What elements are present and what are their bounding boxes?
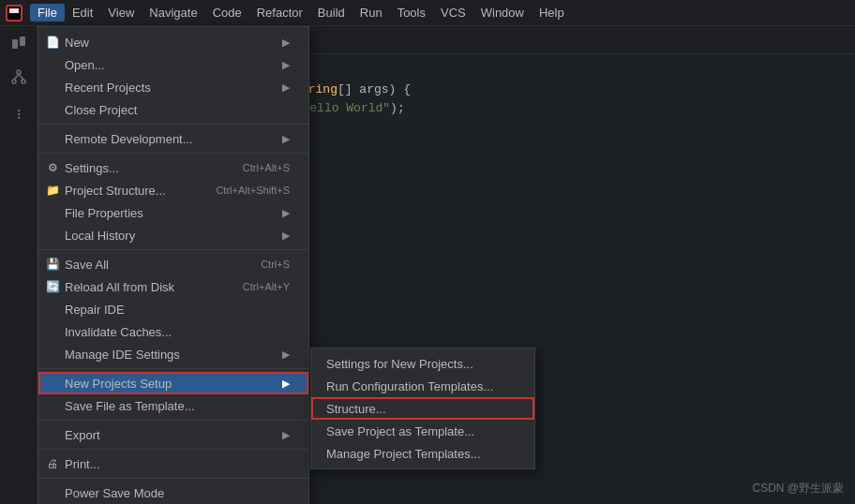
menu-item-export[interactable]: Export ▶ <box>38 423 308 446</box>
menu-item-save-all[interactable]: 💾 Save All Ctrl+S <box>38 253 308 275</box>
submenu-item-run-config[interactable]: Run Configuration Templates... <box>311 375 534 397</box>
menu-item-close[interactable]: Close Project <box>38 98 308 121</box>
menu-item-repair[interactable]: Repair IDE <box>38 298 308 320</box>
reload-icon: 🔄 <box>44 280 61 293</box>
new-projects-submenu: Settings for New Projects... Run Configu… <box>310 348 535 469</box>
menu-item-remote[interactable]: Remote Development... ▶ <box>38 127 308 150</box>
submenu-item-settings-new[interactable]: Settings for New Projects... <box>311 352 534 375</box>
new-file-icon: 📄 <box>44 36 61 49</box>
separator-1 <box>38 124 308 125</box>
arrow-icon: ▶ <box>282 348 290 361</box>
menu-item-file-properties[interactable]: File Properties ▶ <box>38 201 308 224</box>
menu-item-save-file-template[interactable]: Save File as Template... <box>38 394 308 417</box>
separator-4 <box>38 368 308 369</box>
menu-item-settings[interactable]: ⚙ Settings... Ctrl+Alt+S <box>38 156 308 179</box>
save-icon: 💾 <box>44 258 61 271</box>
menu-item-reload[interactable]: 🔄 Reload All from Disk Ctrl+Alt+Y <box>38 275 308 298</box>
settings-icon: ⚙ <box>44 161 61 174</box>
arrow-icon: ▶ <box>282 429 290 441</box>
menu-item-power-save[interactable]: Power Save Mode <box>38 482 308 504</box>
file-menu: 📄 New ▶ Open... ▶ Recent Projects ▶ Clos… <box>38 26 309 504</box>
dropdown-overlay: 📄 New ▶ Open... ▶ Recent Projects ▶ Clos… <box>0 0 855 504</box>
arrow-icon: ▶ <box>282 59 290 71</box>
menu-item-print[interactable]: 🖨 Print... <box>38 452 308 475</box>
submenu-item-structure[interactable]: Structure... <box>311 397 534 420</box>
menu-item-manage-ide[interactable]: Manage IDE Settings ▶ <box>38 343 308 365</box>
separator-5 <box>38 420 308 421</box>
arrow-icon: ▶ <box>282 230 290 242</box>
menu-item-project-structure[interactable]: 📁 Project Structure... Ctrl+Alt+Shift+S <box>38 179 308 201</box>
menu-item-invalidate[interactable]: Invalidate Caches... <box>38 320 308 343</box>
separator-7 <box>38 478 308 479</box>
separator-6 <box>38 449 308 450</box>
arrow-icon: ▶ <box>282 207 290 219</box>
separator-3 <box>38 249 308 250</box>
arrow-icon: ▶ <box>282 82 290 94</box>
arrow-icon: ▶ <box>282 133 290 145</box>
menu-item-local-history[interactable]: Local History ▶ <box>38 224 308 246</box>
menu-item-open[interactable]: Open... ▶ <box>38 53 308 76</box>
menu-item-new-projects-setup[interactable]: New Projects Setup ▶ <box>38 372 308 394</box>
submenu-item-save-project-template[interactable]: Save Project as Template... <box>311 420 534 442</box>
arrow-icon: ▶ <box>282 37 290 49</box>
menu-item-recent[interactable]: Recent Projects ▶ <box>38 76 308 98</box>
arrow-icon: ▶ <box>282 378 290 390</box>
print-icon: 🖨 <box>44 457 61 470</box>
separator-2 <box>38 153 308 154</box>
project-structure-icon: 📁 <box>44 184 61 197</box>
menu-item-new[interactable]: 📄 New ▶ <box>38 31 308 53</box>
submenu-item-manage-project-templates[interactable]: Manage Project Templates... <box>311 442 534 465</box>
